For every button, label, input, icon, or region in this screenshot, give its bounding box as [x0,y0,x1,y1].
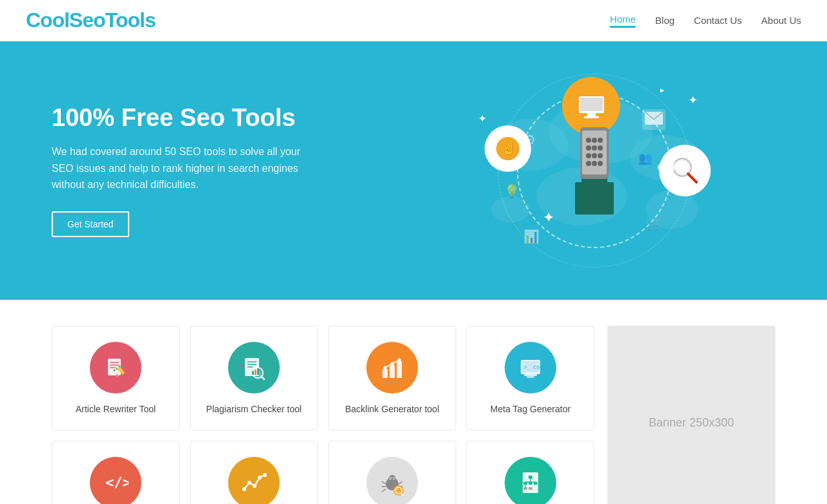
svg-text:>_ code: >_ code [524,364,543,370]
tool-card-meta-tag-generator[interactable]: >_ code Meta Tag Generator [466,326,594,430]
article-rewriter-label: Article Rewriter Tool [76,404,156,414]
svg-rect-9 [582,131,607,174]
bulb-icon: 💡 [504,184,520,199]
meta-tag-generator-label: Meta Tag Generator [490,404,571,414]
backlink-generator-icon [366,342,418,394]
hero-visual: ☝ ✦ ✦ ✦ ► ► [414,67,775,274]
sparkle-2: ✦ [543,209,554,226]
gear-icon: ⚙ [523,132,536,149]
svg-point-58 [384,366,387,370]
svg-point-21 [598,161,603,166]
svg-point-15 [598,145,603,151]
sparkle-1: ✦ [478,112,487,125]
svg-rect-92 [529,482,532,485]
tools-section: Article Rewriter Tool Pla [0,300,827,504]
banner-placeholder: Banner 250x300 [607,326,775,504]
hero-section: 100% Free Seo Tools We had covered aroun… [0,41,827,300]
nav-home[interactable]: Home [610,14,636,28]
sparkle-3: ✦ [688,93,698,107]
svg-point-40 [114,370,116,372]
hero-illustration: ☝ ✦ ✦ ✦ ► ► [472,74,717,268]
robots-txt-generator-icon [366,457,418,504]
nav-contact[interactable]: Contact Us [694,15,742,26]
plagiarism-checker-icon [228,342,280,394]
svg-rect-96 [529,487,532,490]
svg-point-19 [586,161,591,166]
svg-point-41 [116,368,118,370]
svg-point-20 [592,161,597,166]
plagiarism-checker-label: Plagiarism Checker tool [206,404,302,414]
svg-point-42 [119,366,121,368]
envelope-icon [642,109,665,130]
svg-rect-53 [255,370,256,375]
people-icon: 👥 [638,151,653,165]
article-rewriter-icon [90,342,141,394]
nav-blog[interactable]: Blog [655,15,675,26]
xml-sitemap-generator-icon [505,457,556,504]
hero-text: 100% Free Seo Tools We had covered aroun… [52,104,414,237]
phone-hand-icon [569,124,620,217]
svg-line-31 [688,174,696,182]
svg-line-78 [382,481,386,484]
arrow-icon: ► [700,158,714,174]
cloud-icon [655,158,678,176]
svg-rect-25 [584,116,599,118]
keyword-rank-checker-icon [228,457,280,504]
header: CoolSeoTools Home Blog Contact Us About … [0,0,827,41]
tool-card-xml-sitemap-generator[interactable]: XML Sitemap Generator [466,441,594,504]
get-started-button[interactable]: Get Started [52,211,129,237]
tool-card-backlink-generator[interactable]: Backlink Generator tool [328,326,456,430]
nav: Home Blog Contact Us About Us [610,14,801,28]
svg-rect-55 [382,369,388,378]
svg-point-13 [586,145,591,151]
tool-card-robots-txt-generator[interactable]: Robots.txt Generator [328,441,456,504]
svg-point-10 [586,138,591,143]
meta-tag-generator-icon: >_ code [505,342,556,394]
cart-icon: 🛒 [646,216,662,231]
svg-rect-7 [575,182,614,215]
svg-point-76 [390,478,391,479]
svg-rect-57 [397,361,402,378]
sparkle-4: ► [659,87,665,94]
svg-point-59 [391,362,394,366]
svg-rect-64 [524,374,537,376]
svg-point-68 [247,481,251,485]
svg-point-69 [253,484,256,488]
nav-about[interactable]: About Us [761,15,801,26]
svg-rect-88 [529,476,532,479]
tool-card-keyword-rank-checker[interactable]: Keyword Rank Checker [190,441,318,504]
svg-rect-95 [523,487,527,490]
svg-rect-52 [252,371,254,375]
svg-point-14 [592,145,597,151]
banner-sidebar: Banner 250x300 [607,326,775,504]
svg-point-11 [592,138,597,143]
chart-icon: 📊 [523,229,539,244]
svg-line-51 [261,376,264,379]
svg-rect-23 [580,98,603,111]
svg-point-17 [592,153,597,158]
svg-line-80 [382,489,386,492]
svg-point-67 [242,487,246,491]
svg-rect-93 [534,482,538,485]
svg-rect-24 [587,113,596,116]
svg-text:☝: ☝ [502,142,517,156]
svg-rect-56 [390,365,395,378]
tools-grid: Article Rewriter Tool Pla [52,326,594,504]
tool-card-meta-tags-analyzer[interactable]: </> Meta Tags Analyzer [52,441,180,504]
hero-title: 100% Free Seo Tools [52,104,414,132]
svg-text:</>: </> [105,474,129,490]
hero-description: We had covered around 50 SEO tools to so… [52,143,323,193]
svg-point-35 [665,162,676,171]
svg-point-77 [393,478,395,479]
meta-tags-analyzer-icon: </> [90,457,141,504]
logo: CoolSeoTools [26,8,156,32]
svg-point-60 [398,359,401,362]
tool-card-article-rewriter[interactable]: Article Rewriter Tool [52,326,180,430]
svg-rect-54 [257,368,259,375]
svg-point-16 [586,153,591,158]
tool-card-plagiarism-checker[interactable]: Plagiarism Checker tool [190,326,318,430]
svg-point-70 [258,476,262,479]
svg-point-12 [598,138,603,143]
svg-line-81 [399,481,403,484]
svg-point-18 [598,153,603,158]
